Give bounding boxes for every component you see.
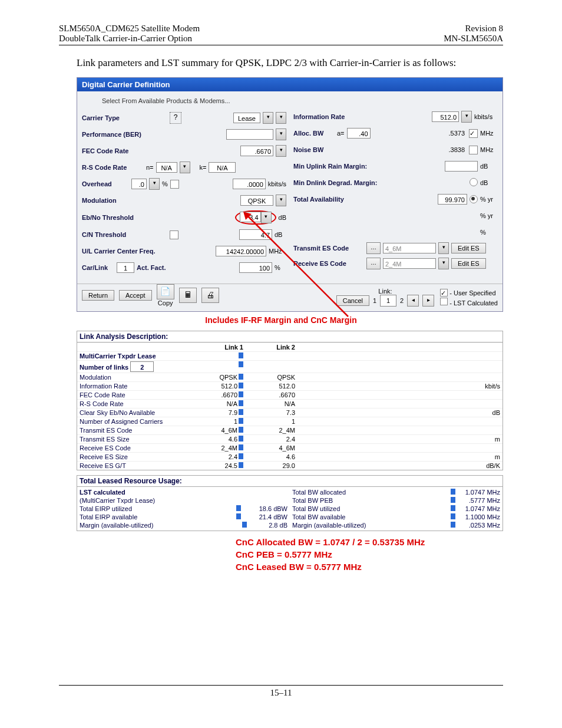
actfact-value[interactable]: 100 — [239, 262, 272, 273]
calculator-icon[interactable]: 🖩 — [179, 288, 197, 303]
row-label: Receive ES Code — [77, 444, 200, 452]
cell-unit — [468, 426, 503, 434]
noise-checkbox[interactable] — [469, 146, 478, 154]
total-unit: MHz — [485, 489, 500, 496]
dropdown-icon[interactable]: ▾ — [263, 112, 273, 124]
copy-doc-icon[interactable]: 📄 — [157, 284, 174, 299]
dropdown-icon[interactable]: ▾ — [276, 129, 286, 140]
overhead-a[interactable]: .0 — [131, 179, 147, 189]
total-row: Total BW utilized1.0747 MHz — [292, 505, 500, 513]
browse-icon[interactable]: … — [366, 242, 381, 254]
dropdown-icon[interactable]: ▾ — [276, 145, 286, 157]
rx-es-value[interactable]: 2_4M — [383, 258, 436, 269]
unit-pct: % — [480, 229, 498, 236]
carlink-value[interactable]: 1 — [117, 262, 134, 273]
prev-link-button[interactable]: ◂ — [407, 295, 419, 307]
cn-value: 4.7 — [239, 229, 272, 240]
select-products-label[interactable]: Select From Available Products & Modems.… — [102, 97, 286, 104]
info-rate-value[interactable]: 512.0 — [432, 111, 459, 122]
cancel-button[interactable]: Cancel — [336, 295, 369, 306]
total-row: Total BW available1.1000 MHz — [292, 513, 500, 521]
alloc-unit: MHz — [480, 130, 498, 137]
legend-lst: - LST Calculated — [449, 299, 498, 307]
legend-lst-checkbox — [440, 298, 448, 305]
browse-icon[interactable]: … — [366, 258, 381, 269]
fec-value[interactable]: .6670 — [240, 146, 273, 156]
page-header: SLM5650A_CDM625 Satellite Modem DoubleTa… — [59, 24, 503, 44]
print-icon[interactable]: 🖨 — [201, 288, 219, 303]
rs-k-value: N/A — [209, 162, 236, 173]
doc-code: MN-SLM5650A — [444, 34, 503, 44]
dropdown-icon[interactable]: ▾ — [438, 242, 449, 254]
ebno-value[interactable]: 3.4 — [240, 212, 261, 222]
edit-es-tx-button[interactable]: Edit ES — [451, 243, 486, 253]
total-label: Total BW PEB — [292, 497, 333, 504]
cell-unit — [468, 417, 503, 426]
cell-link1: N/A — [200, 400, 246, 408]
total-avail-value[interactable]: 99.970 — [438, 194, 467, 205]
cell-link2: 7.3 — [246, 409, 297, 417]
num-links-input[interactable]: 2 — [130, 361, 154, 372]
min-up-label: Min Uplink Rain Margin: — [293, 163, 394, 170]
cell-link1: 2.4 — [200, 453, 246, 461]
total-avail-unit: % yr — [480, 196, 498, 203]
row-label: Transmit ES Code — [77, 426, 200, 434]
help-icon[interactable]: ? — [170, 112, 181, 124]
link-current[interactable]: 1 — [380, 295, 396, 307]
rs-n-value[interactable]: N/A — [156, 162, 177, 173]
total-row: Total EIRP utilized18.6 dBW — [80, 505, 287, 513]
cell-link1: 4.6 — [200, 435, 246, 443]
intro-text: Link parameters and LST summary for QPSK… — [77, 57, 503, 69]
accept-button[interactable]: Accept — [119, 290, 152, 301]
page-number: 15–11 — [59, 688, 503, 698]
dropdown-icon[interactable]: ▾ — [438, 258, 449, 269]
total-avail-radio[interactable] — [470, 195, 478, 203]
cell-link1: 24.5 — [200, 462, 246, 470]
alloc-checkbox[interactable]: ✓ — [469, 129, 478, 138]
dropdown-icon[interactable]: ▾ — [261, 212, 272, 223]
revision: Revision 8 — [444, 24, 503, 34]
alloc-bw-label: Alloc. BW — [293, 130, 335, 137]
dropdown-icon[interactable]: ▾ — [276, 112, 286, 124]
min-up-value[interactable] — [445, 161, 478, 172]
carrier-type-value[interactable]: Lease — [233, 113, 260, 123]
total-unit: MHz — [485, 505, 500, 512]
dropdown-icon[interactable]: ▾ — [461, 111, 472, 123]
cn-checkbox[interactable] — [170, 230, 178, 239]
cell-link2: 1 — [246, 417, 297, 426]
dropdown-icon[interactable]: ▾ — [149, 178, 160, 190]
legend-user: - User Specified — [449, 289, 495, 297]
cell-unit: dB — [468, 409, 503, 417]
pct-label: % — [162, 180, 168, 187]
overhead-label: Overhead — [82, 180, 129, 187]
row-label: R-S Code Rate — [77, 400, 200, 408]
ebno-highlight-circle: 3.4▾ — [235, 210, 276, 225]
link-two: 2 — [400, 297, 404, 304]
total-label: Margin (available-utilized) — [80, 522, 153, 529]
ul-freq-value[interactable]: 14242.00000 — [216, 246, 266, 256]
alloc-a-value[interactable]: .40 — [347, 128, 371, 139]
ul-freq-label: U/L Carrier Center Freq. — [82, 248, 167, 255]
dropdown-icon[interactable]: ▾ — [276, 195, 286, 206]
rs-k-label: k= — [200, 164, 207, 171]
dropdown-icon[interactable]: ▾ — [180, 162, 190, 173]
tx-es-value[interactable]: 4_6M — [383, 243, 436, 253]
edit-es-rx-button[interactable]: Edit ES — [451, 258, 486, 269]
modulation-value[interactable]: QPSK — [240, 195, 273, 206]
total-value: 2.8 — [248, 522, 277, 529]
min-dn-radio[interactable] — [470, 178, 478, 186]
row-label: Transmit ES Size — [77, 435, 200, 443]
overhead-checkbox[interactable] — [170, 180, 179, 189]
cn-unit: dB — [275, 231, 286, 238]
total-unit: MHz — [485, 522, 500, 529]
performance-input[interactable] — [226, 129, 273, 140]
return-button[interactable]: Return — [82, 290, 114, 301]
header-rule — [59, 45, 503, 45]
total-row: Total BW allocated1.0747 MHz — [292, 488, 500, 496]
next-link-button[interactable]: ▸ — [422, 295, 434, 307]
performance-label: Performance (BER) — [82, 131, 167, 138]
total-row: (MultiCarrier Txpdr Lease) — [80, 496, 287, 505]
table-row: Transmit ES Size4.62.4m — [77, 434, 503, 443]
cell-link1: 7.9 — [200, 409, 246, 417]
row-label: Information Rate — [77, 382, 200, 390]
